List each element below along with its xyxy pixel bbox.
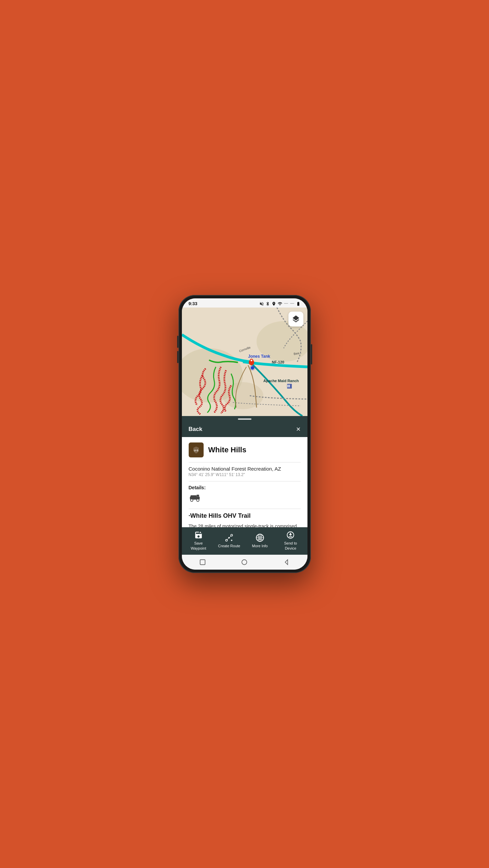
save-waypoint-label: SaveWaypoint (191, 541, 206, 551)
back-button[interactable]: Back (189, 426, 203, 433)
divider-1 (189, 462, 301, 462)
poi-location: Coconino National Forest Recreation, AZ (189, 466, 301, 472)
svg-point-26 (197, 499, 199, 501)
send-to-device-button[interactable]: Send toDevice (278, 531, 303, 551)
more-info-label: More Info (252, 544, 268, 548)
phone-screen: 9:33 (182, 298, 307, 570)
svg-rect-27 (196, 495, 199, 496)
svg-rect-22 (190, 495, 196, 498)
layers-icon (291, 315, 300, 323)
svg-text:Jones Tank: Jones Tank (248, 354, 270, 359)
signal2-icon (290, 301, 295, 306)
phone-frame: 9:33 (178, 295, 311, 573)
create-route-button[interactable]: Create Route (217, 533, 241, 548)
status-bar: 9:33 (182, 298, 307, 308)
details-label: Details: (189, 485, 301, 490)
svg-rect-11 (287, 386, 288, 387)
drag-handle (238, 418, 251, 420)
map-area[interactable]: NF-120 Cornville Bea... (182, 308, 307, 416)
close-label: × (296, 425, 301, 433)
status-time: 9:33 (189, 301, 198, 306)
close-button[interactable]: × (296, 426, 301, 433)
svg-rect-9 (287, 385, 288, 386)
trail-name: ·White Hills OHV Trail (189, 512, 301, 519)
back-label: Back (189, 426, 203, 433)
svg-rect-12 (289, 386, 290, 387)
svg-point-47 (242, 560, 247, 565)
poi-coords: N34° 41' 25.9" W111° 51' 13.2" (189, 472, 301, 477)
wifi-icon (278, 301, 282, 306)
vehicle-icon-container (189, 493, 301, 504)
ohv-vehicle-icon (189, 493, 201, 502)
svg-point-31 (226, 539, 227, 541)
svg-text:U·S: U·S (194, 449, 199, 452)
send-to-device-label: Send toDevice (284, 541, 297, 551)
status-icons (259, 301, 301, 306)
usfs-icon: U·S (189, 442, 204, 457)
location-icon (271, 301, 276, 306)
sheet-header: Back × (182, 422, 307, 437)
signal-icon (284, 301, 288, 306)
more-info-button[interactable]: More Info (248, 533, 272, 548)
usfs-shield-icon: U·S (191, 445, 201, 455)
divider-3 (189, 509, 301, 509)
back-nav-icon[interactable] (283, 558, 290, 566)
silent-icon (259, 301, 264, 306)
home-icon[interactable] (241, 558, 248, 566)
svg-marker-48 (285, 560, 287, 565)
svg-point-32 (231, 534, 232, 536)
svg-rect-10 (289, 385, 290, 386)
poi-header: U·S White Hills (189, 442, 301, 457)
android-nav-bar (182, 555, 307, 570)
create-route-label: Create Route (218, 544, 240, 548)
trail-description: The 28 miles of motorized single-track i… (189, 523, 301, 527)
recent-apps-icon[interactable] (199, 558, 206, 566)
svg-rect-46 (200, 560, 205, 565)
battery-icon (296, 301, 301, 306)
send-to-device-icon (286, 531, 295, 539)
svg-point-24 (191, 499, 192, 501)
volume-up-btn[interactable] (177, 336, 178, 348)
divider-2 (189, 481, 301, 481)
drag-handle-bar (182, 416, 307, 422)
svg-text:NF-120: NF-120 (272, 360, 284, 364)
sheet-content: U·S White Hills Coconino National Forest… (182, 437, 307, 527)
save-waypoint-icon (194, 531, 203, 539)
create-route-icon (225, 533, 233, 542)
layer-button[interactable] (288, 312, 303, 327)
bluetooth-icon (265, 301, 270, 306)
bottom-toolbar: SaveWaypoint Create Route (182, 527, 307, 555)
poi-name: White Hills (208, 446, 246, 454)
more-info-icon (256, 533, 264, 542)
volume-down-btn[interactable] (177, 351, 178, 363)
save-waypoint-button[interactable]: SaveWaypoint (186, 531, 211, 551)
power-btn[interactable] (311, 344, 312, 364)
svg-point-16 (250, 360, 252, 361)
svg-text:Apache Maid Ranch: Apache Maid Ranch (263, 379, 299, 383)
